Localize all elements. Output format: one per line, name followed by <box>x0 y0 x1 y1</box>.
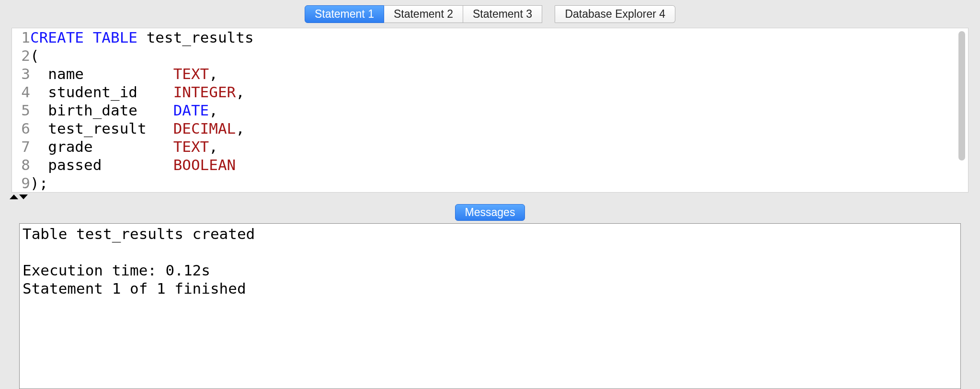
statement-tabbar-area: Statement 1Statement 2Statement 3 Databa… <box>0 0 980 28</box>
tab-label: Statement 1 <box>315 8 374 20</box>
tab-statement-1[interactable]: Statement 1 <box>305 5 384 23</box>
messages-output[interactable]: Table test_results created Execution tim… <box>20 224 960 298</box>
sql-editor[interactable]: 1CREATE TABLE test_results2(3 name TEXT,… <box>11 28 969 193</box>
line-number: 9 <box>12 174 30 192</box>
code-line[interactable]: 3 name TEXT, <box>12 65 968 83</box>
line-number: 3 <box>12 65 30 83</box>
tab-label: Statement 3 <box>473 8 532 20</box>
result-tabbar-area: Messages <box>0 201 980 223</box>
tab-label: Database Explorer 4 <box>565 8 665 20</box>
code-text[interactable]: passed BOOLEAN <box>30 156 236 174</box>
tab-statement-2[interactable]: Statement 2 <box>384 5 463 23</box>
code-line[interactable]: 8 passed BOOLEAN <box>12 156 968 174</box>
line-number: 7 <box>12 137 30 156</box>
line-number: 2 <box>12 46 30 65</box>
sql-workbench-window: Statement 1Statement 2Statement 3 Databa… <box>0 0 980 389</box>
line-number: 5 <box>12 101 30 119</box>
code-line[interactable]: 7 grade TEXT, <box>12 137 968 156</box>
editor-scrollbar[interactable] <box>958 31 965 160</box>
statement-tabbar: Statement 1Statement 2Statement 3 Databa… <box>305 5 675 23</box>
tab-statement-3[interactable]: Statement 3 <box>463 5 542 23</box>
code-line[interactable]: 5 birth_date DATE, <box>12 101 968 119</box>
code-text[interactable]: ); <box>30 174 48 192</box>
code-text[interactable]: birth_date DATE, <box>30 101 218 119</box>
tab-label: Statement 2 <box>394 8 453 20</box>
tab-database-explorer-4[interactable]: Database Explorer 4 <box>555 5 675 23</box>
code-line[interactable]: 1CREATE TABLE test_results <box>12 28 968 46</box>
pane-splitter[interactable] <box>0 193 980 201</box>
code-line[interactable]: 2( <box>12 46 968 65</box>
tab-messages[interactable]: Messages <box>455 204 525 221</box>
code-text[interactable]: student_id INTEGER, <box>30 83 245 101</box>
messages-panel: Table test_results created Execution tim… <box>19 223 961 389</box>
code-text[interactable]: name TEXT, <box>30 65 218 83</box>
tab-messages-label: Messages <box>465 206 515 218</box>
splitter-up-icon <box>10 194 18 199</box>
tab-spacer <box>542 5 555 23</box>
code-line[interactable]: 9); <box>12 174 968 192</box>
code-text[interactable]: test_result DECIMAL, <box>30 119 245 137</box>
code-text[interactable]: ( <box>30 46 39 65</box>
line-number: 4 <box>12 83 30 101</box>
line-number: 1 <box>12 28 30 46</box>
code-line[interactable]: 4 student_id INTEGER, <box>12 83 968 101</box>
sql-editor-code[interactable]: 1CREATE TABLE test_results2(3 name TEXT,… <box>12 28 968 192</box>
line-number: 6 <box>12 119 30 137</box>
splitter-down-icon <box>19 194 28 199</box>
code-text[interactable]: grade TEXT, <box>30 137 218 156</box>
code-line[interactable]: 6 test_result DECIMAL, <box>12 119 968 137</box>
line-number: 8 <box>12 156 30 174</box>
code-text[interactable]: CREATE TABLE test_results <box>30 28 254 46</box>
